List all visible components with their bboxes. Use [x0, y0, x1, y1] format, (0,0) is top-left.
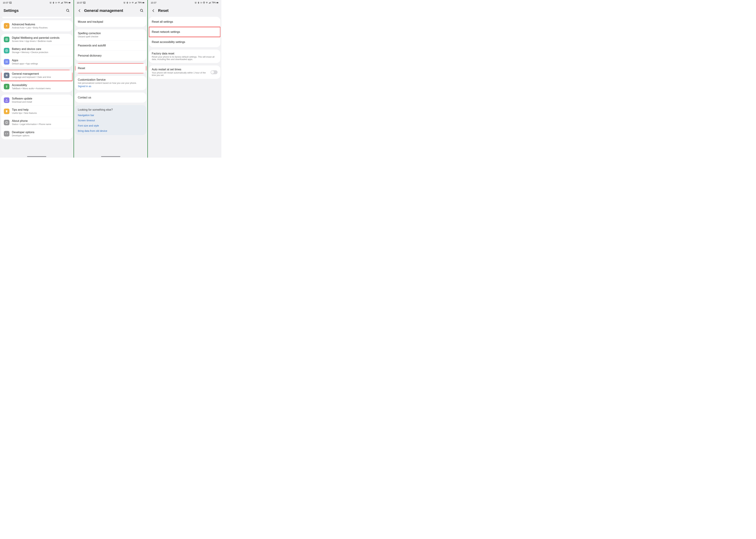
- row-title: Passwords and autofill: [78, 44, 144, 47]
- gm-row-passwords-and-autofill[interactable]: Passwords and autofill: [75, 40, 146, 51]
- suggestion-link-navigation-bar[interactable]: Navigation bar: [78, 114, 144, 116]
- picture-icon: [83, 1, 86, 4]
- row-title: Developer options: [12, 131, 70, 134]
- svg-rect-0: [9, 2, 11, 4]
- back-button[interactable]: [151, 9, 156, 13]
- settings-row-battery-and-device-care[interactable]: Battery and device careStorage • Memory …: [1, 45, 72, 56]
- search-button[interactable]: [66, 9, 70, 13]
- svg-point-8: [6, 26, 7, 26]
- svg-point-15: [7, 62, 8, 63]
- row-subtitle: Android Auto • Labs • Bixby Routines: [12, 27, 70, 29]
- settings-row-tips-and-help[interactable]: Tips and helpUseful tips • New features: [1, 106, 72, 117]
- page-title: General management: [84, 8, 137, 13]
- apps-icon: [4, 59, 9, 65]
- row-title: Apps: [12, 59, 70, 62]
- reset-row-reset-all-settings[interactable]: Reset all settings: [149, 17, 220, 27]
- row-title: Tips and help: [12, 108, 70, 112]
- nav-handle[interactable]: [27, 156, 46, 157]
- settings-card: Digital Wellbeing and parental controlsS…: [1, 34, 72, 67]
- status-battery: 79%: [211, 1, 216, 4]
- picture-icon: [9, 1, 12, 4]
- status-time: 10:37: [3, 1, 9, 4]
- gm-row-customization-service[interactable]: Customization ServiceGet personalized co…: [75, 76, 146, 90]
- settings-row-digital-wellbeing-and-parental-controls[interactable]: Digital Wellbeing and parental controlsS…: [1, 34, 72, 45]
- reset-row-reset-accessibility-settings[interactable]: Reset accessibility settings: [149, 37, 220, 47]
- row-subtitle: Status • Legal information • Phone name: [12, 123, 70, 125]
- row-title: Battery and device care: [12, 47, 70, 51]
- gm-row-contact-us[interactable]: Contact us: [75, 93, 146, 103]
- row-subtitle: Useful tips • New features: [12, 112, 70, 114]
- bluetooth-icon: [52, 2, 54, 4]
- row-title: Reset network settings: [152, 31, 217, 34]
- settings-row-apps[interactable]: AppsDefault apps • App settings: [1, 56, 72, 67]
- svg-point-7: [66, 9, 69, 12]
- card-edge: [2, 17, 71, 18]
- row-subtitle: Language and keyboard • Date and time: [12, 76, 70, 78]
- suggestion-link-font-size-and-style[interactable]: Font size and style: [78, 124, 144, 127]
- svg-point-1: [10, 2, 10, 2]
- gm-row-spelling-correction[interactable]: Spelling correctionGboard spell checker: [75, 29, 146, 40]
- row-subtitle: Developer options: [12, 134, 70, 137]
- suggestion-link-bring-data-from-old-device[interactable]: Bring data from old device: [78, 129, 144, 132]
- row-subtitle: Your phone will restart automatically wi…: [152, 72, 208, 76]
- alarm-icon: [123, 2, 126, 4]
- suggestions-header: Looking for something else?: [78, 108, 144, 112]
- row-title: Personal dictionary: [78, 54, 144, 57]
- settings-row-accessibility[interactable]: AccessibilityTalkBack • Mono audio • Ass…: [1, 81, 72, 92]
- settings-row-general-management[interactable]: General managementLanguage and keyboard …: [1, 70, 72, 81]
- gm-card: Customization ServiceGet personalized co…: [75, 76, 146, 90]
- nav-handle[interactable]: [101, 156, 120, 157]
- battery-icon: [4, 48, 9, 53]
- gm-card: Mouse and trackpad: [75, 17, 146, 27]
- row-title: Software update: [12, 97, 70, 100]
- settings-row-about-phone[interactable]: About phoneStatus • Legal information • …: [1, 117, 72, 128]
- settings-header: Settings: [0, 5, 73, 17]
- svg-rect-30: [144, 2, 144, 3]
- row-subtitle: Gboard spell checker: [78, 36, 144, 38]
- settings-row-developer-options[interactable]: Developer optionsDeveloper options: [1, 128, 72, 139]
- settings-card: Software updateDownload and installTips …: [1, 95, 72, 139]
- status-battery: 79%: [137, 1, 142, 4]
- gm-card: Reset: [75, 63, 146, 73]
- update-icon: [4, 97, 9, 103]
- reset-header: Reset: [148, 5, 221, 17]
- reset-card: Auto restart at set timesYour phone will…: [149, 65, 220, 79]
- gm-row-reset[interactable]: Reset: [75, 63, 146, 73]
- svg-point-18: [6, 76, 7, 76]
- row-link[interactable]: Signed in as: [78, 85, 144, 88]
- reset-list: Reset all settingsReset network settings…: [148, 17, 221, 158]
- svg-point-12: [6, 61, 6, 62]
- alarm-icon: [195, 2, 197, 4]
- row-subtitle: Get personalized content based on how yo…: [78, 82, 144, 84]
- vibrate-icon: [200, 2, 202, 4]
- svg-rect-29: [143, 2, 144, 3]
- signal-icon: [134, 2, 137, 4]
- gm-row-mouse-and-trackpad[interactable]: Mouse and trackpad: [75, 17, 146, 27]
- back-button[interactable]: [77, 9, 82, 13]
- page-title: Settings: [4, 8, 63, 13]
- accessibility-icon: [4, 84, 9, 89]
- status-battery: 79%: [64, 1, 68, 4]
- reset-row-factory-data-reset[interactable]: Factory data resetReset your phone to it…: [149, 49, 220, 63]
- row-title: Digital Wellbeing and parental controls: [12, 36, 70, 39]
- row-title: General management: [12, 72, 70, 75]
- signal-icon: [60, 2, 63, 4]
- row-title: Factory data reset: [152, 52, 217, 55]
- reset-row-reset-network-settings[interactable]: Reset network settings: [149, 27, 220, 37]
- bluetooth-icon: [126, 2, 128, 4]
- row-subtitle: Screen time • App timers • Bedtime mode: [12, 40, 70, 42]
- info-icon: [4, 120, 9, 125]
- settings-row-software-update[interactable]: Software updateDownload and install: [1, 95, 72, 106]
- settings-row-advanced-features[interactable]: Advanced featuresAndroid Auto • Labs • B…: [1, 20, 72, 32]
- suggestions-card: Looking for something else?Navigation ba…: [75, 105, 146, 135]
- row-title: Advanced features: [12, 23, 70, 26]
- suggestion-link-screen-timeout[interactable]: Screen timeout: [78, 119, 144, 122]
- gm-row-personal-dictionary[interactable]: Personal dictionary: [75, 51, 146, 61]
- row-title: About phone: [12, 119, 70, 122]
- svg-rect-24: [83, 2, 85, 4]
- toggle-switch[interactable]: [210, 70, 217, 74]
- reset-row-auto-restart-at-set-times[interactable]: Auto restart at set timesYour phone will…: [149, 65, 220, 79]
- search-button[interactable]: [140, 9, 144, 13]
- wellbeing-icon: [4, 37, 9, 42]
- svg-point-13: [7, 61, 8, 62]
